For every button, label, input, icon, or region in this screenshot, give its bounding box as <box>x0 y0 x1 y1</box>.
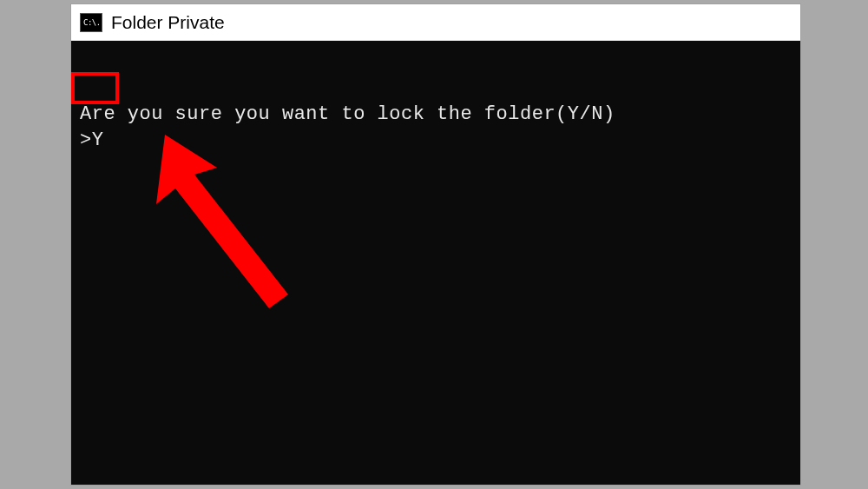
annotation-highlight-box <box>71 72 119 104</box>
cmd-icon: C:\. <box>80 13 102 32</box>
window-title: Folder Private <box>111 12 225 33</box>
terminal-prompt-symbol: > <box>80 129 92 151</box>
command-prompt-window: C:\. Folder Private Are you sure you wan… <box>71 4 800 485</box>
terminal-prompt-question: Are you sure you want to lock the folder… <box>80 102 792 129</box>
window-titlebar[interactable]: C:\. Folder Private <box>71 4 800 41</box>
terminal-user-input[interactable]: Y <box>92 129 104 151</box>
terminal-body[interactable]: Are you sure you want to lock the folder… <box>71 41 800 485</box>
svg-marker-0 <box>156 135 288 308</box>
